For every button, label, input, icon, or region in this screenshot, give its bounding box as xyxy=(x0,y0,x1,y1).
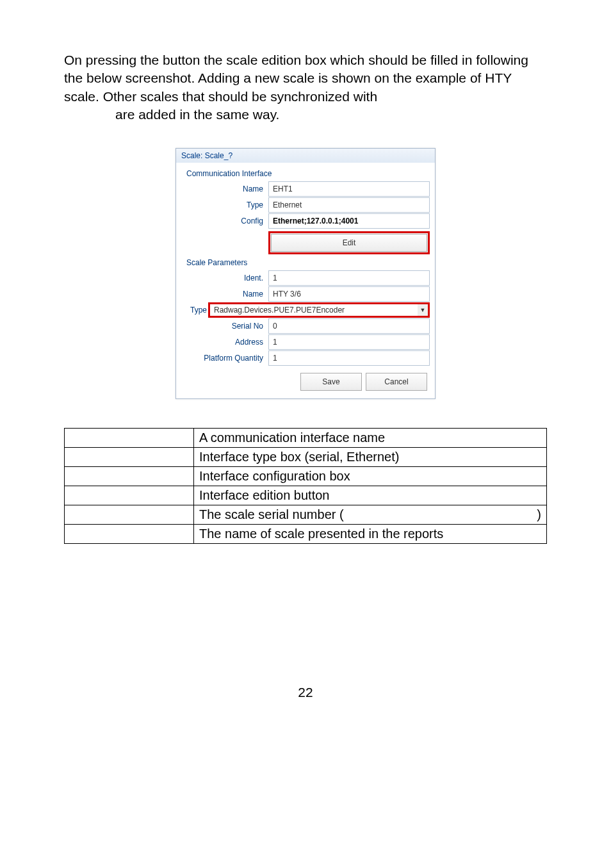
dialog-title: Scale: Scale_? xyxy=(176,149,435,163)
cancel-button[interactable]: Cancel xyxy=(366,373,427,391)
page-number: 22 xyxy=(64,685,547,700)
sp-type-dropdown[interactable]: Radwag.Devices.PUE7.PUE7Encoder xyxy=(210,304,418,316)
ci-name-label: Name xyxy=(181,184,268,193)
section-communication-interface: Communication Interface xyxy=(181,167,430,181)
section-scale-parameters: Scale Parameters xyxy=(181,256,430,270)
table-row: The name of scale presented in the repor… xyxy=(65,525,547,544)
parameters-table: A communication interface name Interface… xyxy=(64,428,547,544)
sp-address-input[interactable] xyxy=(268,334,430,350)
table-cell-left xyxy=(65,429,194,448)
table-row: Interface edition button xyxy=(65,486,547,505)
save-button[interactable]: Save xyxy=(300,373,362,391)
sp-name-input[interactable] xyxy=(268,286,430,302)
ci-config-input[interactable] xyxy=(268,213,430,229)
sp-address-label: Address xyxy=(181,338,268,347)
table-cell-right: A communication interface name xyxy=(194,429,547,448)
ci-name-input[interactable] xyxy=(268,181,430,197)
table-row: A communication interface name xyxy=(65,429,547,448)
sp-name-label: Name xyxy=(181,290,268,299)
table-cell-left xyxy=(65,505,194,525)
scale-dialog: Scale: Scale_? Communication Interface N… xyxy=(175,148,436,399)
table-cell-left xyxy=(65,486,194,505)
sp-serial-input[interactable] xyxy=(268,318,430,334)
sp-serial-label: Serial No xyxy=(181,322,268,331)
table-cell-left xyxy=(65,525,194,544)
chevron-down-icon: ▼ xyxy=(418,304,428,316)
ci-type-label: Type xyxy=(181,201,268,209)
table-row: Interface type box (serial, Ethernet) xyxy=(65,448,547,467)
intro-paragraph: On pressing the button the scale edition… xyxy=(64,51,547,124)
intro-line1: On pressing the button the scale edition… xyxy=(64,53,528,104)
sp-ident-input[interactable] xyxy=(268,270,430,286)
edit-button-highlight[interactable]: Edit xyxy=(268,231,430,254)
table-cell-left xyxy=(65,467,194,486)
ci-type-input[interactable] xyxy=(268,197,430,213)
ci-config-label: Config xyxy=(181,217,268,225)
table-row: The scale serial number ( ) xyxy=(65,505,547,525)
sp-pq-label: Platform Quantity xyxy=(181,354,268,363)
table-row: Interface configuration box xyxy=(65,467,547,486)
intro-line2: are added in the same way. xyxy=(64,107,279,122)
table-cell-left xyxy=(65,448,194,467)
edit-button-label: Edit xyxy=(271,234,427,252)
table-cell-right-pre: The scale serial number ( xyxy=(199,507,344,522)
sp-type-dropdown-highlight[interactable]: Radwag.Devices.PUE7.PUE7Encoder ▼ xyxy=(208,302,430,318)
table-cell-right-post: ) xyxy=(537,507,541,522)
table-cell-right: The scale serial number ( ) xyxy=(194,505,547,525)
table-cell-right: Interface edition button xyxy=(194,486,547,505)
table-cell-right: Interface configuration box xyxy=(194,467,547,486)
table-cell-right: Interface type box (serial, Ethernet) xyxy=(194,448,547,467)
sp-type-label: Type xyxy=(181,306,208,315)
sp-pq-input[interactable] xyxy=(268,350,430,366)
table-cell-right: The name of scale presented in the repor… xyxy=(194,525,547,544)
sp-ident-label: Ident. xyxy=(181,274,268,283)
